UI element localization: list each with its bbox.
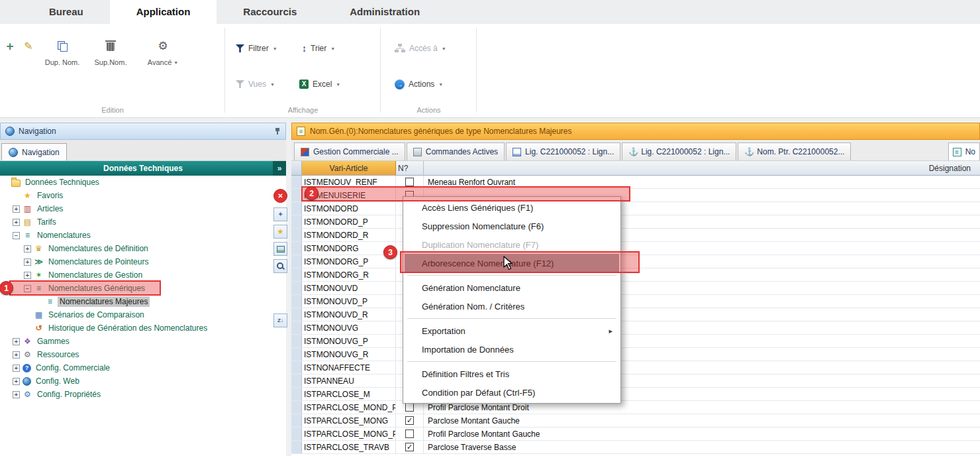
- row-selector[interactable]: [291, 295, 302, 308]
- tree-item[interactable]: +▤Tarifs: [0, 215, 286, 229]
- row-selector[interactable]: [291, 202, 302, 215]
- tree-item[interactable]: +≫Nomenclatures de Pointeurs: [0, 255, 286, 268]
- table-row[interactable]: ISTMONOUVG: [291, 321, 980, 335]
- table-row[interactable]: ISTMONOUVD_P: [291, 295, 980, 308]
- tree-item[interactable]: +⚙Config. Propriétés: [0, 388, 286, 401]
- doc-tab[interactable]: ⚓Nom. Ptr. C221000052...: [738, 142, 851, 160]
- table-row[interactable]: ISTMONDORD: [291, 202, 980, 215]
- delete-nomenclature-button[interactable]: Sup.Nom.: [86, 34, 135, 66]
- sort-button[interactable]: ↕ Trier ▼: [302, 40, 335, 57]
- doc-tab[interactable]: Lig. C221000052 : Lign...: [506, 142, 620, 160]
- collapse-panel-button[interactable]: »: [273, 161, 286, 176]
- table-row[interactable]: ISTMONDORD_P: [291, 215, 980, 229]
- tree-item[interactable]: +♛Nomenclatures de Définition: [0, 242, 286, 255]
- row-selector[interactable]: [291, 321, 302, 334]
- tree-expander-icon[interactable]: +: [13, 378, 20, 385]
- row-selector[interactable]: [291, 414, 302, 427]
- row-selector[interactable]: [291, 401, 302, 414]
- checkbox[interactable]: [405, 429, 414, 438]
- duplicate-nomenclature-button[interactable]: Dup. Nom.: [38, 34, 86, 66]
- row-selector[interactable]: [291, 308, 302, 321]
- tree-item[interactable]: −≡Nomenclatures: [0, 229, 286, 242]
- tree-expander-icon[interactable]: +: [24, 258, 31, 266]
- row-selector[interactable]: [291, 229, 302, 241]
- table-row[interactable]: ISTNONAFFECTE: [291, 361, 980, 374]
- menu-item[interactable]: Exportation▸: [405, 321, 619, 340]
- table-row[interactable]: ISTPARCLOSE_MOND_PProfil Parclose Montan…: [291, 401, 980, 414]
- search-button[interactable]: [273, 259, 287, 273]
- tree-item[interactable]: +✶Nomenclatures de Gestion: [0, 268, 286, 282]
- tree-item[interactable]: ≡Nomenclatures Majeures: [0, 295, 286, 308]
- doc-tab[interactable]: ⚓Lig. C221000052 : Lign...: [622, 142, 736, 160]
- tree-expander-icon[interactable]: −: [13, 232, 20, 239]
- clear-filter-button[interactable]: ✕: [273, 189, 287, 203]
- table-row[interactable]: ISTMONOUVD: [291, 282, 980, 295]
- doc-tab[interactable]: Gestion Commerciale ...: [294, 142, 405, 160]
- row-selector[interactable]: [291, 348, 302, 361]
- column-header-designation[interactable]: Désignation: [424, 161, 980, 176]
- access-to-button[interactable]: Accès à ▼: [395, 40, 446, 57]
- tree-item[interactable]: ↺Historique de Génération des Nomenclatu…: [0, 321, 286, 335]
- tree-expander-icon[interactable]: +: [13, 365, 20, 372]
- table-row[interactable]: ISTPARCLOSE_MONGParclose Montant Gauche: [291, 414, 980, 428]
- add-button[interactable]: +: [1, 34, 19, 56]
- row-selector[interactable]: [291, 428, 302, 440]
- sort-az-button[interactable]: Z↓: [273, 314, 287, 327]
- tree-item[interactable]: +❖Gammes: [0, 335, 286, 348]
- table-row[interactable]: ISTMONOUVG_P: [291, 335, 980, 348]
- sparkle-button[interactable]: ✦: [273, 207, 287, 221]
- tree-expander-icon[interactable]: +: [24, 245, 31, 253]
- ribbon-tab-bureau[interactable]: Bureau: [23, 0, 110, 24]
- ribbon-tab-raccourcis[interactable]: Raccourcis: [217, 0, 323, 24]
- table-row[interactable]: ISTMONOUVD_R: [291, 308, 980, 321]
- row-selector[interactable]: [291, 282, 302, 294]
- tree-expander-icon[interactable]: +: [13, 391, 20, 398]
- tree-item[interactable]: +Config. Commerciale: [0, 361, 286, 374]
- checkbox[interactable]: [405, 178, 414, 186]
- tree-expander-icon[interactable]: +: [13, 205, 20, 213]
- menu-item[interactable]: Génération Nomenclature: [405, 278, 619, 297]
- menu-item[interactable]: Importation de Données: [405, 340, 619, 359]
- image-view-button[interactable]: [273, 242, 287, 256]
- table-row[interactable]: ISTMONDORD_R: [291, 229, 980, 242]
- row-selector[interactable]: [291, 335, 302, 347]
- tree-item[interactable]: +▥Articles: [0, 202, 286, 215]
- ribbon-tab-administration[interactable]: Administration: [323, 0, 446, 24]
- checkbox[interactable]: [405, 416, 414, 425]
- menu-item[interactable]: Condition par Défaut (Ctrl-F5): [405, 383, 619, 402]
- row-selector[interactable]: [291, 189, 302, 201]
- table-row[interactable]: ISTPARCLOSE_MONG_PProfil Parclose Montan…: [291, 428, 980, 441]
- tree-item[interactable]: ★Favoris: [0, 189, 286, 202]
- menu-item[interactable]: Suppression Nomenclature (F6): [405, 217, 619, 235]
- row-selector[interactable]: [291, 268, 302, 281]
- checkbox[interactable]: [405, 443, 414, 451]
- tree-item[interactable]: ▦Scénarios de Comparaison: [0, 308, 286, 321]
- menu-item[interactable]: Génération Nom. / Critères: [405, 297, 619, 315]
- table-row[interactable]: ISTPANNEAU: [291, 374, 980, 388]
- advanced-button[interactable]: ⚙ Avancé▼: [135, 34, 191, 66]
- table-row[interactable]: ISTPARCLOSE_M: [291, 388, 980, 401]
- tree-expander-icon[interactable]: +: [13, 219, 20, 226]
- doc-tab[interactable]: Commandes Actives: [407, 142, 505, 160]
- column-header-n[interactable]: N?: [396, 161, 424, 176]
- row-selector[interactable]: [291, 441, 302, 453]
- row-selector[interactable]: [291, 176, 302, 188]
- row-selector[interactable]: [291, 255, 302, 268]
- ribbon-tab-application[interactable]: Application: [110, 0, 217, 24]
- tree-item[interactable]: +Config. Web: [0, 374, 286, 388]
- tree-expander-icon[interactable]: +: [24, 272, 31, 279]
- row-selector[interactable]: [291, 374, 302, 387]
- column-header-vari-article[interactable]: Vari-Article: [302, 161, 396, 176]
- row-selector[interactable]: [291, 361, 302, 374]
- row-selector[interactable]: [291, 242, 302, 255]
- row-selector[interactable]: [291, 215, 302, 228]
- tab-navigation[interactable]: Navigation: [1, 143, 67, 160]
- checkbox[interactable]: [405, 403, 414, 412]
- tree-expander-icon[interactable]: +: [13, 351, 20, 359]
- edit-button[interactable]: ✎: [19, 34, 38, 56]
- tree-expander-icon[interactable]: +: [13, 338, 20, 345]
- filter-button[interactable]: Filtrer ▼: [236, 40, 277, 57]
- select-all-corner[interactable]: [291, 161, 302, 176]
- row-selector[interactable]: [291, 388, 302, 400]
- table-row[interactable]: ISTPARCLOSE_TRAVBParclose Traverse Basse: [291, 441, 980, 454]
